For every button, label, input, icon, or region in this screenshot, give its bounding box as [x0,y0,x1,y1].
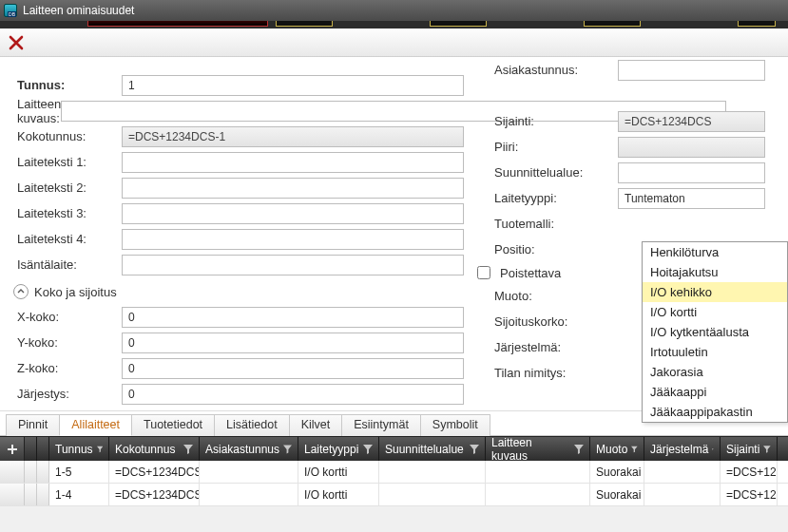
subdevice-grid: TunnusKokotunnusAsiakastunnusLaitetyyppi… [0,436,788,506]
label-lt2: Laiteteksti 2: [17,180,122,195]
cell [25,484,37,505]
grid-col-Laitetyyppi[interactable]: Laitetyyppi [298,437,379,461]
grid-col-Sijainti[interactable]: Sijainti [721,437,778,461]
label-tilan: Tilan nimitys: [494,366,618,380]
field-tyyppi[interactable] [618,188,765,209]
dropdown-item[interactable]: Henkilöturva [643,242,787,262]
cell[interactable]: 1-4 [49,484,109,505]
dropdown-item[interactable]: I/O kytkentäalusta [643,322,787,342]
label-suun: Suunnittelualue: [494,165,618,180]
cell[interactable] [644,484,721,505]
field-suun[interactable] [618,162,765,183]
label-positio: Positio: [494,242,618,256]
app-icon [4,4,17,17]
add-row-button[interactable] [0,437,25,461]
dropdown-item[interactable]: I/O kortti [643,302,787,322]
label-isanta: Isäntälaite: [17,257,122,272]
cell[interactable] [379,461,486,483]
cell[interactable]: =DCS+12 [721,484,778,505]
field-asiakas[interactable] [618,60,765,81]
label-z: Z-koko: [17,361,122,375]
field-x[interactable] [122,307,464,328]
cell[interactable]: I/O kortti [298,461,379,483]
grid-col-Laitteen kuvaus[interactable]: Laitteen kuvaus [486,437,590,461]
grid-col-Suunnittelualue[interactable]: Suunnittelualue [379,437,486,461]
cell[interactable]: =DCS+12 [721,461,778,483]
tab-lisätiedot[interactable]: Lisätiedot [214,414,290,436]
field-jarj[interactable] [122,384,464,405]
section-toggle-koko[interactable]: Koko ja sijoitus [13,281,492,302]
label-jarj: Järjestys: [17,387,122,401]
cell [25,461,37,483]
field-isanta[interactable] [122,255,464,276]
window-titlebar: Laitteen ominaisuudet [0,0,788,21]
field-sijainti[interactable] [618,111,765,132]
field-lt3[interactable] [122,203,464,224]
dialog-toolbar [0,28,788,57]
field-lt4[interactable] [122,229,464,250]
cell[interactable] [200,484,298,505]
grid-row-gutter [0,461,25,483]
label-x: X-koko: [17,310,122,324]
label-tuotemalli: Tuotemalli: [494,217,618,231]
cell[interactable] [486,484,590,505]
field-tunnus[interactable] [122,75,464,96]
cell [37,484,49,505]
cell[interactable] [644,461,721,483]
grid-col-Kokotunnus[interactable]: Kokotunnus [109,437,200,461]
dropdown-item[interactable]: Hoitajakutsu [643,262,787,282]
field-z[interactable] [122,358,464,379]
tab-pinnit[interactable]: Pinnit [6,414,60,436]
label-jarjestelma: Järjestelmä: [494,340,618,354]
dropdown-item[interactable]: Jääkaappipakastin [643,402,787,422]
grid-col-Asiakastunnus[interactable]: Asiakastunnus [200,437,298,461]
label-lt3: Laiteteksti 3: [17,206,122,220]
label-piiri: Piiri: [494,140,618,154]
field-lt1[interactable] [122,152,464,173]
grid-rowheader-col [37,437,49,461]
checkbox-poistettava[interactable] [477,266,490,279]
label-lt4: Laiteteksti 4: [17,232,122,246]
label-lt1: Laiteteksti 1: [17,155,122,169]
cell[interactable]: =DCS+1234DCS [109,484,200,505]
field-y[interactable] [122,332,464,353]
dropdown-item[interactable]: Irtotuuletin [643,342,787,362]
cell[interactable] [200,461,298,483]
tab-kilvet[interactable]: Kilvet [289,414,343,436]
label-y: Y-koko: [17,335,122,350]
tab-symbolit[interactable]: Symbolit [420,414,490,436]
grid-col-Tunnus[interactable]: Tunnus [49,437,109,461]
cell[interactable]: Suorakai [590,461,644,483]
chevron-up-icon [13,284,29,299]
grid-row-gutter [0,484,25,505]
grid-rowheader-col [25,437,37,461]
label-kokotunnus: Kokotunnus: [17,129,122,143]
dropdown-item[interactable]: Jääkaappi [643,382,787,402]
label-kuvaus: Laitteen kuvaus: [17,97,61,125]
label-sijainti: Sijainti: [494,114,618,128]
background-strip [0,21,788,28]
cell[interactable]: 1-5 [49,461,109,483]
table-row[interactable]: 1-4=DCS+1234DCSI/O korttiSuorakai=DCS+12 [0,484,788,506]
tab-tuotetiedot[interactable]: Tuotetiedot [131,414,215,436]
cell[interactable]: =DCS+1234DCS [109,461,200,483]
label-asiakas: Asiakastunnus: [494,63,618,77]
field-piiri[interactable] [618,137,765,158]
laitetyyppi-dropdown[interactable]: HenkilöturvaHoitajakutsuI/O kehikkoI/O k… [642,241,788,423]
cell[interactable] [486,461,590,483]
dropdown-item[interactable]: Jakorasia [643,362,787,382]
cell[interactable] [379,484,486,505]
grid-col-Järjestelmä[interactable]: Järjestelmä [644,437,721,461]
window-title: Laitteen ominaisuudet [23,4,134,17]
tab-esiintymät[interactable]: Esiintymät [341,414,421,436]
cell[interactable]: I/O kortti [298,484,379,505]
tab-alilaitteet[interactable]: Alilaitteet [59,414,132,436]
close-icon[interactable] [8,34,25,51]
label-muoto: Muoto: [494,289,618,303]
table-row[interactable]: 1-5=DCS+1234DCSI/O korttiSuorakai=DCS+12 [0,461,788,484]
cell[interactable]: Suorakai [590,484,644,505]
field-lt2[interactable] [122,178,464,199]
field-kokotunnus [122,126,464,147]
grid-col-Muoto[interactable]: Muoto [590,437,644,461]
dropdown-item[interactable]: I/O kehikko [643,282,787,302]
